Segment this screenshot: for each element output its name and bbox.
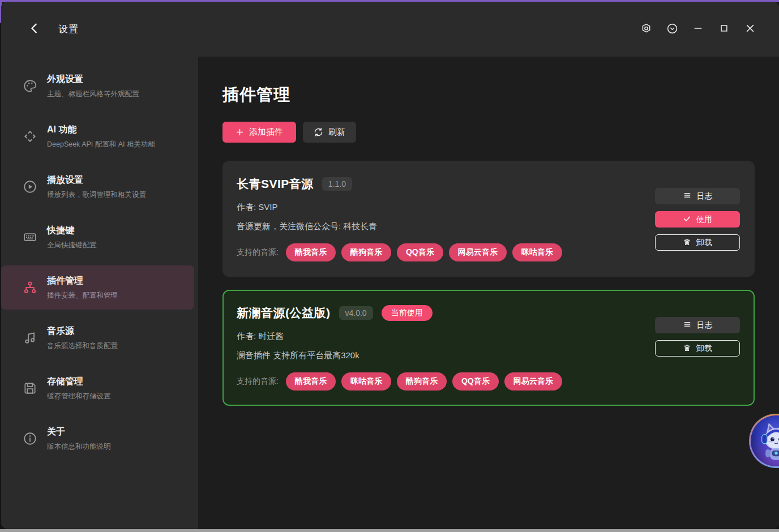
trash-icon	[683, 344, 691, 354]
plugin-version-badge: v4.0.0	[339, 306, 373, 320]
source-tag: 网易云音乐	[504, 372, 562, 391]
source-tag: 咪咕音乐	[512, 243, 562, 261]
source-tag: 网易云音乐	[449, 243, 507, 261]
sidebar-item-subtitle: 版本信息和功能说明	[47, 442, 111, 452]
source-tag: 酷我音乐	[286, 372, 336, 391]
plugin-version-badge: 1.1.0	[322, 177, 352, 191]
plugin-description: 音源更新，关注微信公众号: 科技长青	[237, 221, 562, 232]
ai-arrows-icon	[23, 129, 37, 144]
sidebar-item-3[interactable]: 快捷键全局快捷键配置	[1, 215, 194, 259]
minimize-icon-button[interactable]	[688, 20, 708, 39]
maximize-icon-button[interactable]	[714, 20, 734, 39]
supported-sources-label: 支持的音源:	[237, 247, 279, 258]
sidebar-item-title: AI 功能	[47, 124, 155, 136]
plugin-card-list: 长青SVIP音源1.1.0作者: SVIP音源更新，关注微信公众号: 科技长青支…	[222, 161, 755, 406]
settings-sidebar: 外观设置主题、标题栏风格等外观配置AI 功能DeepSeek API 配置和 A…	[1, 57, 198, 529]
info-circle-icon	[23, 431, 37, 446]
sidebar-item-subtitle: 缓存管理和存储设置	[47, 392, 111, 401]
check-update-icon-button[interactable]	[662, 20, 682, 39]
palette-icon	[23, 79, 37, 93]
plugin-settings-icon-button[interactable]	[636, 20, 656, 39]
minimize-icon	[692, 23, 704, 36]
plugin-management-panel: 插件管理 添加插件 刷新 长青SVIP音源1.1.0作者: SVIP音源更新，关…	[198, 57, 779, 529]
trash-icon	[683, 238, 691, 248]
plugin-name: 长青SVIP音源	[237, 176, 314, 192]
plugin-actions: 日志卸载	[655, 317, 740, 391]
hex-gear-icon	[640, 23, 652, 36]
add-plugin-button[interactable]: 添加插件	[222, 122, 296, 143]
play-circle-icon	[23, 179, 37, 194]
plugin-author: 作者: 时迁酱	[237, 331, 562, 342]
maximize-icon	[719, 23, 729, 35]
sidebar-item-0[interactable]: 外观设置主题、标题栏风格等外观配置	[1, 64, 194, 108]
sidebar-item-7[interactable]: 关于版本信息和功能说明	[1, 417, 194, 461]
plus-icon	[236, 128, 244, 136]
uninstall-button[interactable]: 卸载	[655, 340, 740, 357]
keyboard-icon	[23, 230, 37, 244]
supported-sources-label: 支持的音源:	[237, 376, 279, 387]
sidebar-item-subtitle: 播放列表，歌词管理和相关设置	[47, 190, 146, 200]
sidebar-item-subtitle: DeepSeek API 配置和 AI 相关功能	[47, 140, 155, 149]
floppy-disk-icon	[23, 381, 37, 396]
sidebar-item-6[interactable]: 存储管理缓存管理和存储设置	[1, 366, 194, 410]
sidebar-item-4[interactable]: 插件管理插件安装、配置和管理	[1, 265, 194, 310]
circle-chevron-down-icon	[666, 23, 678, 36]
sidebar-item-title: 播放设置	[47, 174, 146, 186]
sidebar-item-title: 音乐源	[47, 325, 118, 337]
source-tag: QQ音乐	[452, 372, 499, 391]
music-note-icon	[23, 331, 37, 345]
sidebar-item-title: 快捷键	[47, 225, 97, 237]
sidebar-item-subtitle: 插件安装、配置和管理	[47, 291, 118, 301]
toolbar: 添加插件 刷新	[222, 122, 779, 143]
source-tag: 酷我音乐	[286, 243, 336, 261]
plugin-actions: 日志使用卸载	[655, 188, 740, 261]
close-icon	[744, 23, 756, 36]
sidebar-item-subtitle: 音乐源选择和音质配置	[47, 341, 118, 351]
log-button[interactable]: 日志	[655, 188, 740, 204]
source-tag: 咪咕音乐	[341, 372, 391, 391]
back-button[interactable]	[27, 22, 42, 37]
plugin-author: 作者: SVIP	[237, 202, 562, 213]
source-tag: 酷狗音乐	[397, 372, 447, 391]
chevron-left-icon	[28, 22, 41, 36]
background-window-strip-bottom	[0, 529, 779, 532]
sidebar-item-5[interactable]: 音乐源音乐源选择和音质配置	[1, 316, 194, 360]
plugin-card-0: 长青SVIP音源1.1.0作者: SVIP音源更新，关注微信公众号: 科技长青支…	[222, 161, 755, 277]
log-button[interactable]: 日志	[655, 317, 740, 333]
titlebar-actions	[636, 20, 760, 39]
check-icon	[683, 214, 691, 225]
menu-lines-icon	[683, 320, 692, 331]
menu-lines-icon	[683, 191, 692, 201]
close-icon-button[interactable]	[741, 20, 760, 39]
use-button[interactable]: 使用	[655, 211, 740, 228]
plugin-description: 澜音插件 支持所有平台最高320k	[237, 350, 562, 361]
sidebar-item-title: 外观设置	[47, 74, 139, 85]
sidebar-item-2[interactable]: 播放设置播放列表，歌词管理和相关设置	[1, 165, 194, 209]
sidebar-item-subtitle: 主题、标题栏风格等外观配置	[47, 89, 139, 99]
uninstall-button[interactable]: 卸载	[655, 234, 740, 251]
page-title: 设置	[58, 23, 79, 36]
plugin-nodes-icon	[23, 280, 37, 295]
panel-title: 插件管理	[222, 84, 779, 106]
plugin-card-1: 新澜音源(公益版)v4.0.0当前使用作者: 时迁酱澜音插件 支持所有平台最高3…	[222, 290, 755, 406]
sidebar-item-title: 插件管理	[47, 275, 118, 287]
plugin-name: 新澜音源(公益版)	[237, 305, 331, 321]
source-tag: 酷狗音乐	[341, 243, 391, 261]
refresh-icon	[314, 127, 323, 137]
refresh-button[interactable]: 刷新	[303, 122, 356, 143]
titlebar: 设置	[1, 2, 779, 57]
sidebar-item-subtitle: 全局快捷键配置	[47, 241, 97, 250]
sidebar-item-1[interactable]: AI 功能DeepSeek API 配置和 AI 相关功能	[1, 114, 194, 158]
sidebar-item-title: 关于	[47, 426, 111, 438]
sidebar-item-title: 存储管理	[47, 376, 111, 388]
source-tag: QQ音乐	[397, 243, 443, 261]
settings-window: 设置 外观设置主题、标题栏风格等外观配置AI 功能DeepSeek API 配置…	[1, 2, 779, 529]
current-use-badge: 当前使用	[382, 305, 433, 321]
